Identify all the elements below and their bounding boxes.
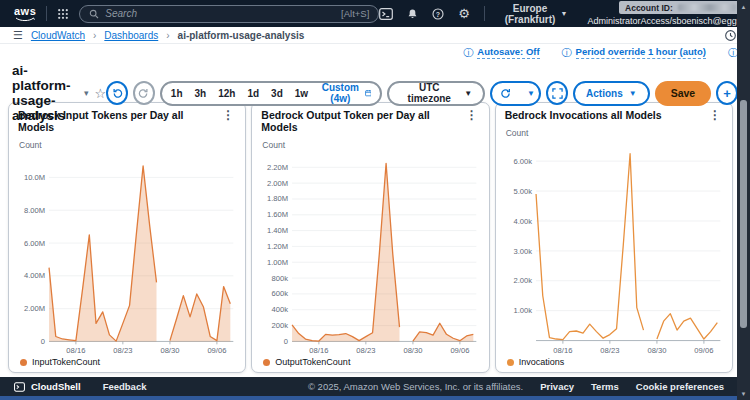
svg-text:1.80M: 1.80M <box>267 195 288 204</box>
chart-plot-invocations[interactable]: 1.00k2.00k3.00k4.00k5.00k6.00k08/1608/23… <box>505 138 723 356</box>
search-icon <box>89 9 99 19</box>
svg-text:1.20M: 1.20M <box>267 242 288 251</box>
svg-text:8.00M: 8.00M <box>24 206 45 215</box>
timezone-select[interactable]: UTC timezone ▼ <box>387 81 485 106</box>
search-shortcut: [Alt+S] <box>341 8 369 19</box>
dashboard-grid: Bedrock Input Tokens per Day all Models … <box>0 100 750 376</box>
account-id-box[interactable]: Account ID: ▼ <box>619 1 750 14</box>
range-1d[interactable]: 1d <box>241 88 265 99</box>
svg-text:09/06: 09/06 <box>694 346 713 355</box>
breadcrumb-cloudwatch[interactable]: CloudWatch <box>31 30 85 41</box>
add-widget-button[interactable]: + <box>716 81 738 105</box>
terms-link[interactable]: Terms <box>591 381 619 392</box>
legend-color-dot <box>263 359 270 366</box>
legend-item[interactable]: OutputTokenCount <box>261 356 479 368</box>
recently-visited-clock-icon[interactable] <box>724 29 737 42</box>
calendar-icon <box>365 88 372 98</box>
refresh-button[interactable] <box>492 83 519 104</box>
svg-text:4.00k: 4.00k <box>513 217 532 226</box>
aws-smile-icon <box>15 17 35 22</box>
legend-item[interactable]: InputTokenCount <box>18 356 236 368</box>
search-placeholder: Search <box>105 8 335 19</box>
scrollbar-thumb[interactable] <box>740 100 747 328</box>
svg-text:2.00M: 2.00M <box>267 179 288 188</box>
autosave-toggle[interactable]: ⓘ Autosave: Off <box>463 46 539 59</box>
svg-text:08/23: 08/23 <box>113 346 132 355</box>
search-input[interactable]: Search [Alt+S] <box>79 5 379 23</box>
apps-grid-icon[interactable] <box>57 8 69 20</box>
favorite-star-icon[interactable]: ☆ <box>95 87 107 100</box>
svg-text:08/30: 08/30 <box>404 346 423 355</box>
legend-item[interactable]: Invocations <box>505 356 723 368</box>
svg-text:0: 0 <box>284 337 288 346</box>
info-icon: ⓘ <box>562 48 572 58</box>
account-user-label: AdministratorAccess/sboenisch@eggs.de <box>587 16 750 26</box>
fullscreen-icon <box>552 88 563 99</box>
aws-logo[interactable]: aws <box>14 6 36 22</box>
autosave-label: Autosave: Off <box>477 46 539 59</box>
info-icon: ⓘ <box>463 48 473 58</box>
svg-text:400k: 400k <box>272 305 289 314</box>
period-override-toggle[interactable]: ⓘ Period override 1 hour (auto) <box>562 46 706 59</box>
refresh-options-button[interactable]: ▼ <box>519 83 541 104</box>
terminal-icon <box>14 382 25 392</box>
range-1h[interactable]: 1h <box>165 88 189 99</box>
svg-text:200k: 200k <box>272 321 289 330</box>
svg-text:6.00M: 6.00M <box>24 239 45 248</box>
range-3h[interactable]: 3h <box>189 88 213 99</box>
chart-plot-input-tokens[interactable]: 02.00M4.00M6.00M8.00M10.0M08/1608/2308/3… <box>18 150 236 356</box>
scroll-up-icon[interactable]: ▲ <box>737 1 750 12</box>
legend-label: OutputTokenCount <box>275 357 350 367</box>
cloudshell-icon[interactable] <box>379 8 393 20</box>
svg-text:1.00M: 1.00M <box>267 258 288 267</box>
breadcrumb-dashboards[interactable]: Dashboards <box>104 30 158 41</box>
redo-button[interactable] <box>133 81 155 105</box>
svg-text:1.40M: 1.40M <box>267 226 288 235</box>
svg-text:08/23: 08/23 <box>600 346 619 355</box>
save-button[interactable]: Save <box>655 81 712 106</box>
svg-text:2.00M: 2.00M <box>24 304 45 313</box>
copyright-text: © 2025, Amazon Web Services, Inc. or its… <box>308 381 523 392</box>
legend-color-dot <box>507 359 514 366</box>
chevron-down-icon: ▼ <box>629 89 637 98</box>
time-range-control: 1h 3h 12h 1d 3d 1w Custom (4w) <box>160 81 383 106</box>
settings-gear-icon[interactable]: ⚙ <box>458 7 470 20</box>
svg-text:09/06: 09/06 <box>451 346 470 355</box>
svg-text:1.60M: 1.60M <box>267 210 288 219</box>
dashboard-title-dropdown[interactable]: ai-platform-usage-analysis ▾ ☆ <box>12 63 106 123</box>
chart-plot-output-tokens[interactable]: 0200k400k600k800k1.00M1.20M1.40M1.60M1.8… <box>261 150 479 356</box>
cloudshell-button[interactable]: CloudShell <box>14 381 81 392</box>
range-1w[interactable]: 1w <box>289 88 314 99</box>
vertical-scrollbar[interactable]: ▲ ▼ <box>737 0 750 400</box>
bottom-edge-strip <box>0 396 750 400</box>
cookie-preferences-link[interactable]: Cookie preferences <box>636 381 724 392</box>
svg-text:1.00k: 1.00k <box>513 306 532 315</box>
fullscreen-button[interactable] <box>546 81 568 105</box>
undo-button[interactable] <box>106 81 128 105</box>
range-12h[interactable]: 12h <box>212 88 241 99</box>
svg-text:?: ? <box>436 10 440 17</box>
svg-text:4.00M: 4.00M <box>24 271 45 280</box>
feedback-button[interactable]: Feedback <box>103 381 147 392</box>
svg-text:6.00k: 6.00k <box>513 157 532 166</box>
breadcrumb-bar: ☰ CloudWatch › Dashboards › ai-platform-… <box>0 27 750 44</box>
privacy-link[interactable]: Privacy <box>540 381 574 392</box>
svg-text:09/06: 09/06 <box>207 346 226 355</box>
notifications-bell-icon[interactable] <box>407 8 418 20</box>
hamburger-menu-icon[interactable]: ☰ <box>13 30 23 41</box>
svg-text:08/16: 08/16 <box>553 346 572 355</box>
actions-button[interactable]: Actions ▼ <box>573 81 650 106</box>
range-custom[interactable]: Custom (4w) <box>314 82 377 104</box>
breadcrumb-current: ai-platform-usage-analysis <box>178 30 305 41</box>
nav-divider <box>484 6 485 21</box>
range-3d[interactable]: 3d <box>265 88 289 99</box>
svg-text:08/30: 08/30 <box>160 346 179 355</box>
account-menu[interactable]: Account ID: ▼ AdministratorAccess/sboeni… <box>587 1 750 26</box>
region-selector[interactable]: Europe (Frankfurt) ▼ <box>499 2 574 26</box>
svg-text:2.20M: 2.20M <box>267 163 288 172</box>
chevron-down-icon: ▼ <box>527 89 535 98</box>
svg-text:2.00k: 2.00k <box>513 276 532 285</box>
scroll-down-icon[interactable]: ▼ <box>737 388 750 399</box>
help-icon[interactable]: ? <box>432 8 444 20</box>
y-axis-label: Count <box>506 128 723 138</box>
